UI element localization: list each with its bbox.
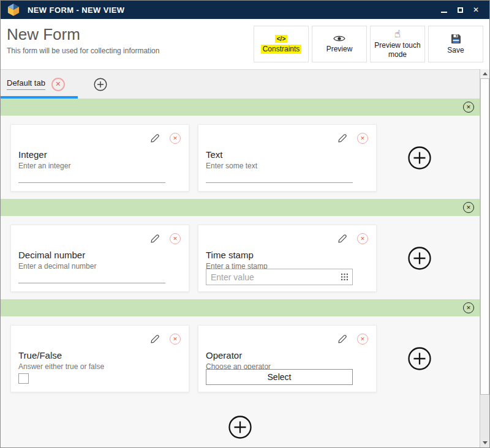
remove-section-button[interactable]: ✕ xyxy=(463,202,474,213)
edit-field-button[interactable] xyxy=(337,334,348,345)
page-subtitle: This form will be used for collecting in… xyxy=(7,47,159,55)
floppy-icon xyxy=(451,34,461,44)
remove-section-icon: ✕ xyxy=(466,305,471,311)
pencil-icon xyxy=(149,133,160,144)
delete-field-button[interactable]: ✕ xyxy=(170,334,181,345)
add-field-icon xyxy=(407,246,432,271)
field-card-boolean: ✕ True/False Answer either true or false xyxy=(10,325,189,392)
remove-section-icon: ✕ xyxy=(466,104,471,110)
edit-field-button[interactable] xyxy=(337,233,348,244)
pencil-icon xyxy=(149,334,160,345)
field-row: ✕ True/False Answer either true or false… xyxy=(10,325,480,392)
add-tab-icon xyxy=(94,78,107,91)
delete-field-icon: ✕ xyxy=(360,236,365,242)
field-subtitle: Enter an integer xyxy=(18,162,189,170)
decimal-input-preview xyxy=(18,283,165,283)
eye-icon xyxy=(333,34,345,43)
header: New Form This form will be used for coll… xyxy=(1,19,489,69)
timestamp-input-wrap xyxy=(206,269,353,285)
add-field-button[interactable] xyxy=(407,246,432,271)
delete-field-button[interactable]: ✕ xyxy=(170,133,181,144)
field-title: Operator xyxy=(206,350,376,360)
add-field-button[interactable] xyxy=(407,346,432,371)
scroll-down-icon xyxy=(483,441,488,444)
maximize-icon xyxy=(458,7,463,13)
pencil-icon xyxy=(337,133,348,144)
edit-field-button[interactable] xyxy=(337,133,348,144)
preview-touch-mode-button[interactable]: ☝ Preview touch mode xyxy=(370,26,425,62)
field-title: Decimal number xyxy=(18,250,189,260)
delete-field-button[interactable]: ✕ xyxy=(170,233,181,244)
scrollbar-track[interactable] xyxy=(480,78,489,438)
delete-field-icon: ✕ xyxy=(173,336,178,342)
page-title: New Form xyxy=(7,25,159,44)
delete-field-button[interactable]: ✕ xyxy=(357,233,368,244)
delete-field-button[interactable]: ✕ xyxy=(357,334,368,345)
maximize-button[interactable] xyxy=(456,6,464,13)
pencil-icon xyxy=(149,233,160,244)
section-band: ✕ xyxy=(1,299,480,316)
close-icon: ✕ xyxy=(473,6,479,13)
add-row-button[interactable] xyxy=(228,415,252,439)
field-row: ✕ Decimal number Enter a decimal number … xyxy=(10,225,480,292)
field-row: ✕ Integer Enter an integer ✕ xyxy=(10,124,480,192)
add-field-button[interactable] xyxy=(407,146,432,170)
edit-field-button[interactable] xyxy=(149,133,160,144)
integer-input-preview xyxy=(18,182,165,183)
field-card-decimal: ✕ Decimal number Enter a decimal number xyxy=(10,225,189,292)
field-card-text: ✕ Text Enter some text xyxy=(198,124,377,192)
edit-field-button[interactable] xyxy=(149,233,160,244)
touch-pointer-icon: ☝ xyxy=(394,29,401,39)
pencil-icon xyxy=(337,233,348,244)
operator-select[interactable]: Select xyxy=(206,369,353,385)
app-cube-icon xyxy=(7,4,20,16)
text-input-preview xyxy=(206,182,353,183)
delete-field-button[interactable]: ✕ xyxy=(357,133,368,144)
remove-section-icon: ✕ xyxy=(466,204,471,211)
preview-touch-mode-label: Preview touch mode xyxy=(371,41,424,59)
field-title: Time stamp xyxy=(206,250,376,260)
pencil-icon xyxy=(337,334,348,345)
constraints-label: Constraints xyxy=(261,45,302,54)
close-button[interactable]: ✕ xyxy=(472,6,480,13)
field-title: True/False xyxy=(18,350,189,360)
field-title: Integer xyxy=(18,149,189,160)
tab-default[interactable]: Default tab xyxy=(7,78,45,90)
window-title: NEW FORM - NEW VIEW xyxy=(28,6,125,15)
titlebar: NEW FORM - NEW VIEW ✕ xyxy=(1,1,489,19)
scroll-up-icon xyxy=(483,72,488,75)
preview-label: Preview xyxy=(326,45,353,54)
field-card-timestamp: ✕ Time stamp Enter a time stamp xyxy=(198,225,377,292)
form-canvas: ✕ ✕ Integer Enter an integer xyxy=(1,99,480,447)
field-card-operator: ✕ Operator Choose an operator Select xyxy=(198,325,377,392)
remove-section-button[interactable]: ✕ xyxy=(463,302,474,313)
delete-tab-button[interactable]: ✕ xyxy=(51,78,65,91)
section-band: ✕ xyxy=(1,199,480,216)
timestamp-input[interactable] xyxy=(211,272,341,282)
delete-field-icon: ✕ xyxy=(360,336,365,342)
add-tab-button[interactable] xyxy=(94,78,107,91)
code-icon: </> xyxy=(275,35,287,43)
save-label: Save xyxy=(447,46,464,55)
boolean-checkbox[interactable] xyxy=(18,373,29,384)
add-field-icon xyxy=(407,346,432,371)
constraints-button[interactable]: </> Constraints xyxy=(254,26,309,62)
datetime-picker-icon[interactable] xyxy=(341,274,348,280)
scroll-up-button[interactable] xyxy=(480,69,489,78)
add-row-icon xyxy=(228,415,252,439)
field-card-integer: ✕ Integer Enter an integer xyxy=(10,124,189,192)
preview-button[interactable]: Preview xyxy=(312,26,367,62)
minimize-icon xyxy=(441,12,447,13)
remove-section-button[interactable]: ✕ xyxy=(463,102,474,113)
scrollbar-thumb[interactable] xyxy=(480,78,489,395)
tab-bar: Default tab ✕ xyxy=(1,69,480,99)
delete-field-icon: ✕ xyxy=(360,135,365,141)
save-button[interactable]: Save xyxy=(428,26,483,62)
toolbar: </> Constraints Preview ☝ Preview touch … xyxy=(254,19,489,69)
section-band: ✕ xyxy=(1,99,480,116)
field-subtitle: Answer either true or false xyxy=(18,362,189,371)
delete-tab-icon: ✕ xyxy=(55,80,61,88)
scroll-down-button[interactable] xyxy=(480,438,489,447)
edit-field-button[interactable] xyxy=(149,334,160,345)
minimize-button[interactable] xyxy=(440,6,448,13)
